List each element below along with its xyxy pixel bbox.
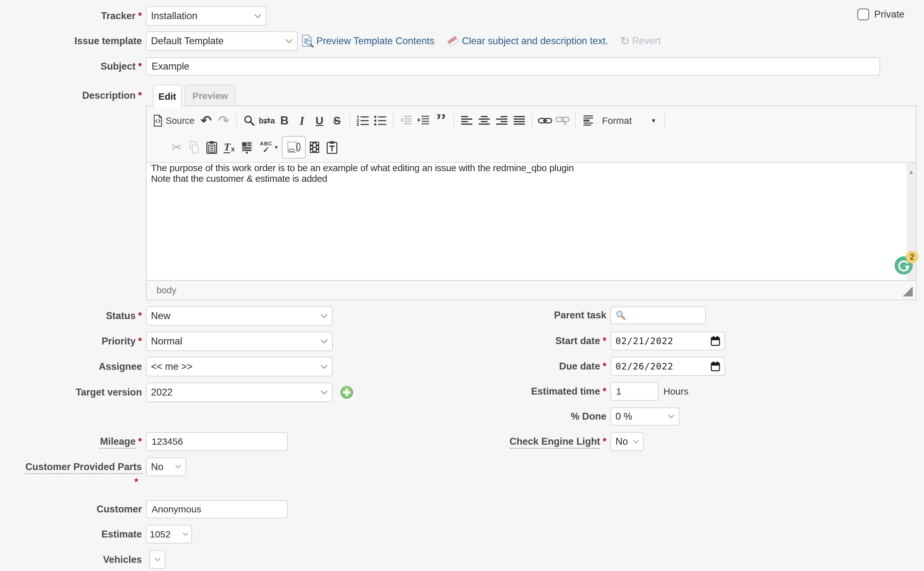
paste-plain-text-button[interactable] [323,138,341,157]
align-left-button[interactable] [458,111,476,130]
italic-button[interactable]: I [293,111,311,130]
underline-icon: U [316,114,323,127]
toolbar-row-1: Source ↶ ↷ b⇄a B I U S [150,108,912,134]
calendar-icon[interactable] [711,336,720,346]
parent-task-label: Parent task [465,309,607,321]
mileage-input[interactable] [146,432,288,451]
strikethrough-button[interactable]: S [328,111,346,130]
undo-icon: ↶ [200,114,211,127]
customer-provided-parts-select[interactable]: No [146,458,186,476]
start-date-input[interactable]: 02/21/2022 [610,332,725,350]
redo-button[interactable]: ↷ [215,111,233,130]
chevron-down-icon [321,390,328,395]
replace-icon: b⇄a [259,116,275,126]
format-combo[interactable]: Format ▾ [597,115,660,126]
justify-button[interactable] [511,111,528,130]
align-right-icon [496,116,508,126]
align-center-button[interactable] [476,111,493,130]
estimate-select[interactable]: 1052 [146,525,192,543]
bold-button[interactable]: B [276,111,293,130]
spellcheck-icon: ABC ✓ [260,141,273,154]
align-left-icon [460,116,473,126]
paragraph-style-button[interactable] [579,111,597,130]
find-button[interactable] [240,111,258,130]
numbered-list-icon [356,115,369,126]
private-row: Private [857,8,904,21]
grammarly-badge[interactable]: 2 [906,251,918,263]
priority-select[interactable]: Normal [146,332,333,351]
paste-from-word-button[interactable] [238,138,256,157]
assignee-row: Assignee << me >> [0,357,333,377]
search-icon [616,310,626,321]
check-engine-light-select[interactable]: No [610,432,644,451]
align-right-button[interactable] [493,111,511,130]
subject-label: Subject* [0,60,142,72]
bullet-list-button[interactable] [371,111,389,130]
underline-button[interactable]: U [311,111,328,130]
due-date-row: Due date* 02/26/2022 [465,357,725,376]
dropdown-arrow-icon: ▾ [275,144,277,151]
undo-button[interactable]: ↶ [197,111,215,130]
status-select[interactable]: New [146,306,333,326]
select-all-button[interactable] [282,136,306,159]
filmstrip-icon [309,141,320,154]
preview-template-link[interactable]: Preview Template Contents [316,35,434,47]
target-version-label: Target version [0,386,142,398]
mileage-label: Mileage* [0,436,142,447]
replace-button[interactable]: b⇄a [258,111,276,130]
start-date-label: Start date* [465,335,607,347]
align-center-icon [478,116,491,126]
paste-button[interactable] [203,138,220,157]
tracker-select[interactable]: Installation [146,6,266,26]
element-path-body[interactable]: body [157,285,176,296]
remove-format-button[interactable]: T x [220,138,238,157]
private-checkbox[interactable] [857,8,869,20]
outdent-icon [400,115,412,126]
chevron-down-icon [176,465,181,469]
status-label: Status* [0,310,142,321]
issue-edit-form: Tracker* Installation Private Issue temp… [0,0,924,571]
numbered-list-button[interactable] [354,111,371,130]
estimated-time-input[interactable] [610,382,658,401]
calendar-icon[interactable] [711,361,720,371]
spellcheck-button[interactable]: ABC ✓ ▾ [256,138,282,157]
subject-input[interactable] [146,57,880,76]
customer-input[interactable] [146,500,288,519]
outdent-button[interactable] [397,111,415,130]
mileage-row: Mileage* [0,432,288,451]
assignee-select[interactable]: << me >> [146,357,333,377]
vehicles-select[interactable] [149,550,165,569]
link-button[interactable] [536,111,554,130]
due-date-input[interactable]: 02/26/2022 [610,357,725,376]
target-version-select[interactable]: 2022 [146,383,333,402]
tab-preview[interactable]: Preview [185,85,236,106]
percent-done-select[interactable]: 0 % [610,407,679,426]
parent-task-input[interactable] [628,310,699,321]
media-button[interactable] [306,138,323,157]
indent-icon [417,115,430,126]
private-label: Private [874,9,904,20]
unlink-button[interactable] [554,111,571,130]
add-version-button[interactable] [340,386,353,399]
clear-subject-link[interactable]: Clear subject and description text. [462,35,608,47]
check-engine-light-row: Check Engine Light* No [465,432,644,451]
blockquote-button[interactable]: ” [432,111,450,130]
cut-button[interactable]: ✂ [168,138,185,157]
indent-button[interactable] [415,111,432,130]
revert-icon: ↻ [620,34,630,48]
editor-content[interactable]: The purpose of this work order is to be … [146,163,916,282]
strikethrough-icon: S [333,114,340,127]
chevron-down-icon [321,365,328,369]
due-date-label: Due date* [465,360,607,372]
copy-button[interactable] [185,138,203,157]
issue-template-label: Issue template [0,35,142,47]
revert-link[interactable]: Revert [632,35,661,47]
tab-edit[interactable]: Edit [153,85,182,108]
source-button[interactable]: Source [150,111,197,130]
search-icon [244,115,255,126]
resize-handle-icon[interactable] [903,286,913,296]
issue-template-select[interactable]: Default Template [146,31,297,51]
cut-icon: ✂ [171,140,182,154]
chevron-down-icon [321,314,328,318]
editor-toolbar: Source ↶ ↷ b⇄a B I U S [146,106,916,163]
